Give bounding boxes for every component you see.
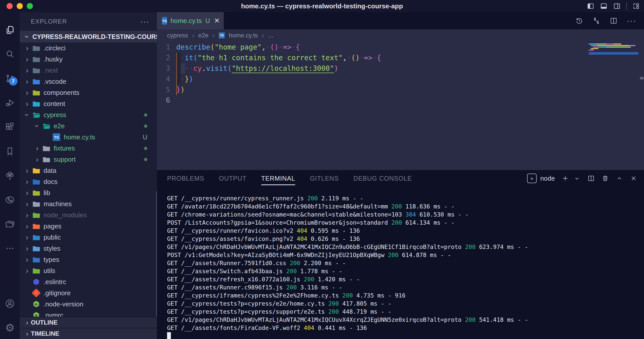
chevron-right-icon: ›	[23, 89, 31, 96]
terminal-text: 118.636 ms - -	[402, 203, 455, 210]
tree-item-pages[interactable]: ›pages	[20, 221, 157, 232]
kill-terminal-icon[interactable]	[601, 175, 609, 182]
split-editor-icon[interactable]	[610, 17, 618, 25]
close-window-button[interactable]	[7, 3, 13, 9]
split-terminal-icon[interactable]	[587, 175, 595, 182]
tree-item-label: components	[44, 89, 79, 97]
run-and-debug-icon[interactable]	[4, 97, 15, 108]
panel-tab-terminal[interactable]: TERMINAL	[261, 170, 295, 187]
terminal-text: 200	[465, 316, 476, 323]
code-token: (	[227, 64, 232, 73]
toggle-panel-icon[interactable]	[600, 2, 608, 10]
tree-item-label: e2e	[54, 122, 65, 130]
breadcrumb-item[interactable]: ...	[268, 32, 273, 39]
project-root-row[interactable]: › CYPRESS-REALWORLD-TESTING-COURS...	[20, 31, 157, 43]
tree-item--eslintrc[interactable]: ›⬢.eslintrc	[20, 276, 157, 287]
open-changes-icon[interactable]	[592, 17, 600, 25]
tree-item--next[interactable]: ›.next	[20, 65, 157, 76]
terminal-text: 0.441 ms - 136	[314, 325, 367, 331]
local-history-icon[interactable]	[575, 17, 583, 25]
settings-gear-icon[interactable]: ⚙	[4, 322, 15, 333]
explorer-icon[interactable]	[4, 24, 15, 35]
tree-item-label: pages	[44, 222, 62, 230]
tree-item-components[interactable]: ›components	[20, 87, 157, 98]
toggle-secondary-sidebar-icon[interactable]	[613, 2, 621, 10]
tree-item--husky[interactable]: ›.husky	[20, 54, 157, 65]
sidebar-section-label: TIMELINE	[31, 330, 59, 337]
sidebar-section-outline[interactable]: ›OUTLINE	[20, 317, 157, 328]
terminal-dropdown-icon[interactable]	[573, 175, 581, 182]
tab-home-cy-ts[interactable]: TS home.cy.ts U ✕	[157, 12, 224, 29]
panel-tab-gitlens[interactable]: GITLENS	[310, 170, 339, 187]
tree-item-utils[interactable]: ›utils	[20, 265, 157, 276]
maximize-panel-icon[interactable]	[616, 175, 623, 182]
breadcrumb-item[interactable]: home.cy.ts	[229, 32, 258, 39]
tree-item-label: .vscode	[44, 78, 66, 86]
editor-more-actions-icon[interactable]: ···	[627, 16, 636, 26]
panel-tab-output[interactable]: OUTPUT	[219, 170, 247, 187]
folder-icon	[32, 257, 41, 263]
code-token: "https://localhost:3000"	[232, 64, 334, 73]
search-icon[interactable]	[4, 49, 15, 60]
extensions-icon[interactable]	[4, 121, 15, 133]
chevron-right-icon: ›	[23, 222, 31, 230]
tree-item--node-version[interactable]: ›⬢JS.node-version	[20, 299, 157, 310]
tree-item-public[interactable]: ›public	[20, 232, 157, 243]
bookmarks-icon[interactable]	[4, 146, 15, 157]
terminal-line: GET /__cypress/iframes/cypress%2Fe2e%2Fh…	[167, 291, 644, 300]
new-terminal-icon[interactable]	[561, 175, 569, 182]
terminal-cursor	[167, 332, 171, 339]
tree-item-content[interactable]: ›content	[20, 98, 157, 109]
panel-tab-debug-console[interactable]: DEBUG CONSOLE	[353, 170, 412, 187]
breadcrumb-separator-icon: ›	[212, 32, 215, 39]
code-line-content: })	[176, 86, 185, 94]
tree-item--gitignore[interactable]: ›⑂.gitignore	[20, 287, 157, 299]
terminal-text: GET /__cypress/runner/cypress_runner.js	[167, 195, 307, 202]
tree-item-node-modules[interactable]: ›node_modules	[20, 209, 157, 221]
terminal-text: 2.119 ms - -	[318, 195, 363, 202]
terminal-output[interactable]: GET /__cypress/runner/cypress_runner.js …	[157, 187, 644, 339]
account-icon[interactable]	[4, 298, 15, 309]
code-editor[interactable]: 1describe("home·page",·()·=>·{2··it("the…	[157, 41, 644, 170]
terminal-text: 304	[406, 211, 416, 218]
more-views-icon[interactable]	[4, 243, 15, 254]
chevron-right-icon: ›	[33, 144, 41, 152]
project-manager-icon[interactable]	[4, 219, 15, 230]
tree-item--vscode[interactable]: ›.vscode	[20, 76, 157, 87]
minimize-window-button[interactable]	[17, 3, 23, 9]
tree-item--circleci[interactable]: ›.circleci	[20, 43, 157, 54]
close-panel-icon[interactable]	[630, 175, 637, 182]
terminal-text: GET /__cypress/runner/favicon.ico?v2	[167, 227, 297, 234]
minimap[interactable]	[589, 44, 638, 51]
zoom-window-button[interactable]	[27, 3, 33, 9]
tree-item-data[interactable]: ›data	[20, 165, 157, 176]
tree-item-docs[interactable]: ›docs	[20, 176, 157, 187]
customize-layout-icon[interactable]	[632, 2, 640, 10]
breadcrumb-item[interactable]: e2e	[198, 32, 208, 39]
chevron-right-icon: ›	[23, 267, 31, 274]
gitlens-icon[interactable]	[4, 194, 15, 205]
tree-item-types[interactable]: ›types	[20, 254, 157, 265]
test-tree-icon[interactable]	[4, 170, 15, 181]
toggle-sidebar-icon[interactable]	[587, 2, 594, 10]
folder-icon	[32, 234, 41, 241]
tree-item-styles[interactable]: ›styles	[20, 243, 157, 254]
code-token: ,	[343, 54, 347, 62]
tree-item-machines[interactable]: ›machines	[20, 198, 157, 209]
source-control-icon[interactable]: 7	[4, 73, 15, 84]
editor-scrollbar[interactable]	[640, 77, 643, 79]
tree-item-cypress[interactable]: ›cypress	[20, 109, 157, 120]
tree-item-support[interactable]: ›support	[20, 154, 157, 165]
ts-icon: TS	[52, 133, 61, 141]
breadcrumb-item[interactable]: cypress	[167, 32, 188, 39]
tree-item-home-cy-ts[interactable]: ›TShome.cy.tsU	[20, 132, 157, 143]
tree-item-e2e[interactable]: ›e2e	[20, 120, 157, 132]
close-tab-icon[interactable]: ✕	[214, 17, 220, 25]
sidebar-section-timeline[interactable]: ›TIMELINE	[20, 328, 157, 339]
project-root-label: CYPRESS-REALWORLD-TESTING-COURS...	[32, 33, 157, 40]
panel-tab-problems[interactable]: PROBLEMS	[167, 170, 204, 187]
tree-item-lib[interactable]: ›lib	[20, 187, 157, 198]
tree-item-fixtures[interactable]: ›fixtures	[20, 143, 157, 154]
explorer-more-actions-icon[interactable]: ···	[140, 17, 149, 26]
tree-item-label: docs	[44, 178, 57, 186]
